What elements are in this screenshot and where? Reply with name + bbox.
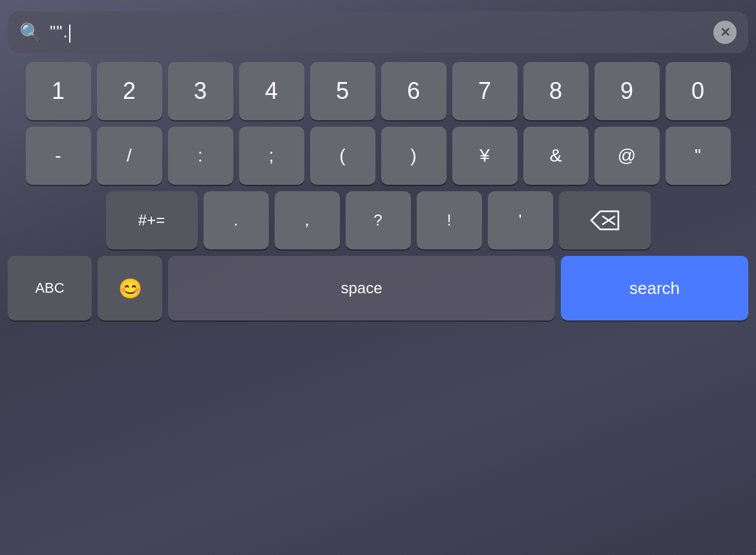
- key-9[interactable]: 9: [594, 62, 660, 120]
- key-period[interactable]: .: [204, 191, 269, 249]
- key-hashtag-equals[interactable]: #+=: [106, 191, 198, 249]
- key-8[interactable]: 8: [523, 62, 589, 120]
- bottom-row: ABC 😊 space search: [8, 256, 748, 320]
- key-colon[interactable]: :: [168, 127, 233, 185]
- backspace-icon: [590, 210, 620, 231]
- keyboard-rows: 1 2 3 4 5 6 7 8 9 0 - / : ; ( ) ¥ & @ " …: [8, 62, 748, 547]
- text-cursor: [69, 25, 70, 43]
- key-6[interactable]: 6: [381, 62, 446, 120]
- key-question[interactable]: ?: [346, 191, 411, 249]
- key-space[interactable]: space: [168, 256, 555, 320]
- key-ampersand[interactable]: &: [523, 127, 589, 185]
- search-magnifier-icon: 🔍: [19, 22, 42, 43]
- key-1[interactable]: 1: [26, 62, 91, 120]
- symbol-row: - / : ; ( ) ¥ & @ ": [8, 127, 748, 185]
- key-search[interactable]: search: [561, 256, 748, 320]
- key-rparen[interactable]: ): [381, 127, 446, 185]
- key-exclamation[interactable]: !: [417, 191, 482, 249]
- key-7[interactable]: 7: [452, 62, 518, 120]
- key-apostrophe[interactable]: ': [488, 191, 553, 249]
- key-0[interactable]: 0: [666, 62, 731, 120]
- delete-key[interactable]: [559, 191, 651, 249]
- special-row: #+= . ， ? ! ': [8, 191, 748, 249]
- key-4[interactable]: 4: [239, 62, 304, 120]
- clear-button[interactable]: ✕: [713, 21, 737, 44]
- key-emoji[interactable]: 😊: [98, 256, 162, 320]
- key-yen[interactable]: ¥: [452, 127, 518, 185]
- search-bar[interactable]: 🔍 "". ✕: [8, 12, 748, 53]
- key-lparen[interactable]: (: [310, 127, 375, 185]
- key-3[interactable]: 3: [168, 62, 233, 120]
- key-5[interactable]: 5: [310, 62, 375, 120]
- key-doublequote[interactable]: ": [666, 127, 731, 185]
- key-minus[interactable]: -: [26, 127, 91, 185]
- key-semicolon[interactable]: ;: [239, 127, 304, 185]
- clear-icon: ✕: [720, 26, 731, 39]
- key-slash[interactable]: /: [97, 127, 162, 185]
- key-comma[interactable]: ，: [275, 191, 340, 249]
- key-abc[interactable]: ABC: [8, 256, 92, 320]
- key-2[interactable]: 2: [97, 62, 162, 120]
- key-at[interactable]: @: [594, 127, 660, 185]
- delete-icon-container: [590, 210, 620, 231]
- search-typed-text: "".: [50, 22, 68, 41]
- keyboard-container: 🔍 "". ✕ 1 2 3 4 5 6 7 8 9 0 - / : ; (: [0, 0, 756, 555]
- number-row: 1 2 3 4 5 6 7 8 9 0: [8, 62, 748, 120]
- search-input-text[interactable]: "".: [50, 22, 706, 42]
